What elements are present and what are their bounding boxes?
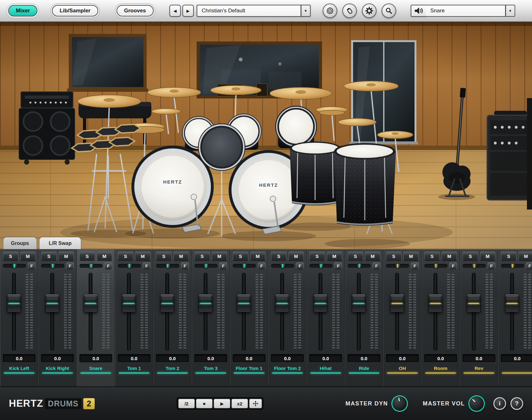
volume-fader[interactable] bbox=[166, 273, 169, 350]
channel-name[interactable]: Tom 2 bbox=[156, 365, 189, 372]
mute-button[interactable]: M bbox=[174, 252, 189, 260]
solo-button[interactable]: S bbox=[194, 252, 210, 260]
tab-lr-swap[interactable]: L/R Swap bbox=[39, 237, 81, 249]
speaker-icon[interactable] bbox=[411, 5, 426, 17]
solo-button[interactable]: S bbox=[3, 252, 18, 260]
channel-name[interactable]: Tom 3 bbox=[194, 365, 227, 372]
solo-button[interactable]: S bbox=[424, 252, 440, 260]
mute-button[interactable]: M bbox=[135, 252, 151, 260]
channel-name[interactable]: Tom 1 bbox=[118, 365, 150, 372]
channel-name[interactable] bbox=[501, 365, 532, 372]
channel-name[interactable]: Hihat bbox=[309, 365, 342, 372]
pan-slider[interactable] bbox=[41, 264, 64, 268]
fader-cap[interactable] bbox=[45, 294, 59, 312]
channel-name[interactable]: Kick Left bbox=[3, 365, 35, 372]
pan-slider[interactable] bbox=[118, 264, 141, 268]
mute-button[interactable]: M bbox=[59, 252, 74, 260]
master-vol-knob[interactable] bbox=[469, 396, 484, 411]
mute-button[interactable]: M bbox=[288, 252, 304, 260]
fader-cap[interactable] bbox=[352, 294, 366, 312]
mixer-tab-button[interactable]: Mixer bbox=[8, 5, 37, 16]
preset-prev-button[interactable]: ◀ bbox=[169, 5, 181, 17]
pan-thumb[interactable] bbox=[281, 263, 285, 269]
instrument-select[interactable]: Snare bbox=[426, 5, 506, 17]
lib-sampler-tab-button[interactable]: Lib/Sampler bbox=[52, 5, 98, 16]
pan-thumb[interactable] bbox=[89, 263, 93, 269]
channel-name[interactable]: Floor Tom 1 bbox=[233, 365, 265, 372]
fader-mode-button[interactable]: F bbox=[143, 262, 150, 269]
fader-mode-button[interactable]: F bbox=[28, 262, 35, 269]
pan-thumb[interactable] bbox=[51, 263, 55, 269]
fader-cap[interactable] bbox=[314, 294, 327, 312]
preset-select[interactable]: Christian's Default bbox=[197, 5, 301, 17]
solo-button[interactable]: S bbox=[79, 252, 95, 260]
play-button[interactable]: ▶ bbox=[214, 399, 230, 408]
fader-mode-button[interactable]: F bbox=[258, 262, 265, 269]
fader-mode-button[interactable]: F bbox=[373, 262, 380, 269]
mute-button[interactable]: M bbox=[442, 252, 457, 260]
channel-name[interactable]: Floor Tom 2 bbox=[271, 365, 304, 372]
channel-name[interactable]: Snare bbox=[79, 365, 112, 372]
volume-fader[interactable] bbox=[281, 273, 284, 350]
mute-button[interactable]: M bbox=[97, 252, 112, 260]
pan-slider[interactable] bbox=[79, 264, 103, 268]
pan-slider[interactable] bbox=[233, 264, 256, 268]
fader-mode-button[interactable]: F bbox=[449, 262, 457, 269]
pan-thumb[interactable] bbox=[510, 263, 515, 269]
fader-cap[interactable] bbox=[122, 294, 136, 312]
pan-thumb[interactable] bbox=[357, 263, 362, 269]
channel-name[interactable]: Ride bbox=[348, 365, 380, 372]
move-icon[interactable] bbox=[249, 399, 262, 408]
settings-gear-icon[interactable] bbox=[362, 3, 377, 18]
solo-button[interactable]: S bbox=[348, 252, 363, 260]
pan-slider[interactable] bbox=[424, 264, 447, 268]
fader-mode-button[interactable]: F bbox=[526, 262, 532, 269]
fader-mode-button[interactable]: F bbox=[411, 262, 419, 269]
fader-mode-button[interactable]: F bbox=[219, 262, 227, 269]
pan-slider[interactable] bbox=[3, 264, 26, 268]
preset-dropdown-button[interactable]: ▼ bbox=[301, 5, 311, 17]
volume-fader[interactable] bbox=[204, 273, 207, 350]
pan-thumb[interactable] bbox=[396, 263, 400, 269]
pan-thumb[interactable] bbox=[12, 263, 17, 269]
fader-cap[interactable] bbox=[467, 294, 481, 312]
fader-mode-button[interactable]: F bbox=[334, 262, 342, 269]
pan-slider[interactable] bbox=[386, 264, 409, 268]
volume-fader[interactable] bbox=[127, 273, 130, 350]
fader-cap[interactable] bbox=[275, 294, 289, 312]
volume-fader[interactable] bbox=[51, 273, 54, 350]
pan-slider[interactable] bbox=[463, 264, 486, 268]
fader-mode-button[interactable]: F bbox=[296, 262, 304, 269]
mute-button[interactable]: M bbox=[20, 252, 36, 260]
pan-thumb[interactable] bbox=[242, 263, 247, 269]
solo-button[interactable]: S bbox=[309, 252, 325, 260]
pan-slider[interactable] bbox=[194, 264, 218, 268]
pan-slider[interactable] bbox=[309, 264, 332, 268]
tab-groups[interactable]: Groups bbox=[3, 237, 37, 249]
preset-next-button[interactable]: ▶ bbox=[182, 5, 194, 17]
mute-button[interactable]: M bbox=[327, 252, 342, 260]
volume-fader[interactable] bbox=[510, 273, 514, 350]
half-tempo-button[interactable]: /2 bbox=[178, 399, 195, 408]
fader-mode-button[interactable]: F bbox=[181, 262, 189, 269]
volume-fader[interactable] bbox=[89, 273, 92, 350]
instrument-dropdown-button[interactable]: ▼ bbox=[506, 5, 515, 17]
fader-mode-button[interactable]: F bbox=[66, 262, 74, 269]
volume-fader[interactable] bbox=[434, 273, 437, 350]
pan-slider[interactable] bbox=[348, 264, 371, 268]
pan-slider[interactable] bbox=[271, 264, 294, 268]
channel-name[interactable]: Rev bbox=[463, 365, 495, 372]
stop-button[interactable]: ■ bbox=[196, 399, 212, 408]
fader-cap[interactable] bbox=[505, 294, 519, 312]
mute-button[interactable]: M bbox=[365, 252, 381, 260]
channel-name[interactable]: OH bbox=[386, 365, 419, 372]
solo-button[interactable]: S bbox=[118, 252, 133, 260]
master-dyn-knob[interactable] bbox=[392, 396, 407, 411]
solo-button[interactable]: S bbox=[501, 252, 516, 260]
volume-fader[interactable] bbox=[319, 273, 322, 350]
fader-cap[interactable] bbox=[7, 294, 21, 312]
pan-thumb[interactable] bbox=[319, 263, 323, 269]
mute-button[interactable]: M bbox=[518, 252, 532, 260]
volume-fader[interactable] bbox=[396, 273, 399, 350]
solo-button[interactable]: S bbox=[233, 252, 248, 260]
